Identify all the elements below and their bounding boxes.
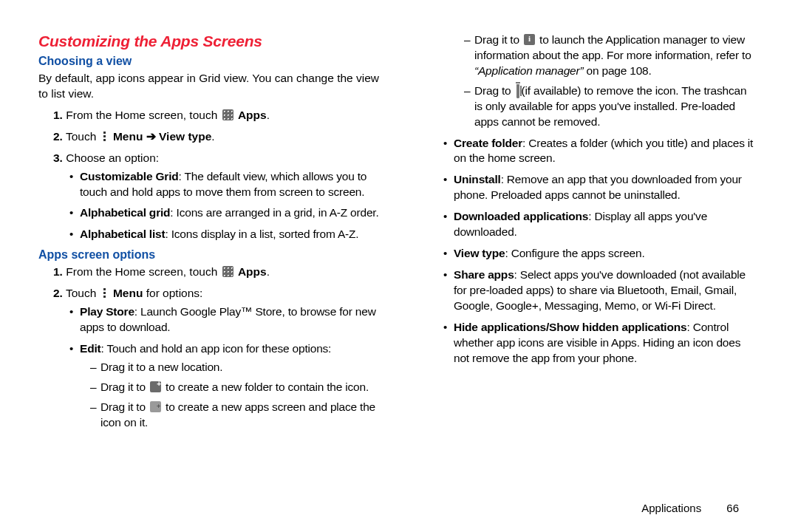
edit-drag-trash: Drag to (if available) to remove the ico… <box>464 83 757 130</box>
menu-icon <box>101 131 109 142</box>
option-play-store: Play Store: Launch Google Play™ Store, t… <box>69 304 383 335</box>
hide-bold: Hide applications/Show hidden applicatio… <box>454 321 686 333</box>
option-customizable-grid: Customizable Grid: The default view, whi… <box>69 169 383 200</box>
uninstall-bold: Uninstall <box>454 173 501 185</box>
manual-page: Customizing the Apps Screens Choosing a … <box>0 0 798 517</box>
option-uninstall: Uninstall: Remove an app that you downlo… <box>443 172 757 203</box>
option-share-apps: Share apps: Select apps you've downloade… <box>443 267 757 314</box>
createfolder-bold: Create folder <box>454 137 522 149</box>
edit-drag-new-screen: Drag it to to create a new apps screen a… <box>90 400 383 431</box>
opt2-bold: Alphabetical grid <box>80 206 170 219</box>
step-2-bold: Menu ➔ View type <box>113 130 211 143</box>
option-create-folder: Create folder: Creates a folder (which y… <box>443 136 757 167</box>
edit-drag-folder: Drag it to to create a new folder to con… <box>90 380 383 395</box>
opt3-bold: Alphabetical list <box>80 228 165 240</box>
aopt-step-2-c: for options: <box>143 287 202 299</box>
option-downloaded-apps: Downloaded applications: Display all app… <box>443 209 757 240</box>
viewtype-bold: View type <box>454 247 505 259</box>
option-alphabetical-grid: Alphabetical grid: Icons are arranged in… <box>69 205 383 221</box>
edit-bold: Edit <box>80 342 100 355</box>
subsection-apps-options: Apps screen options <box>38 248 383 262</box>
page-footer: Applications 66 <box>641 502 739 514</box>
choosing-view-intro: By default, app icons appear in Grid vie… <box>38 71 383 102</box>
edit-d2-b: to create a new folder to contain the ic… <box>166 381 369 393</box>
aopt-step-1-c: . <box>267 265 270 278</box>
opt3-text: : Icons display in a list, sorted from A… <box>165 228 358 240</box>
aopt-step-1: 1. From the Home screen, touch Apps. <box>53 265 383 280</box>
footer-page-number: 66 <box>726 502 739 514</box>
step-1-text-a: From the Home screen, touch <box>66 109 220 121</box>
choosing-view-steps: 1. From the Home screen, touch Apps. 2. … <box>53 108 383 242</box>
opt1-bold: Customizable Grid <box>80 170 179 183</box>
apps-grid-icon <box>222 266 233 277</box>
step-1-bold: Apps <box>238 109 267 121</box>
downloaded-bold: Downloaded applications <box>454 210 588 222</box>
edit-d5-a: Drag to <box>474 84 514 97</box>
edit-drag-app-manager: Drag it to to launch the Application man… <box>464 33 757 79</box>
edit-drag-new-location: Drag it to a new location. <box>90 360 383 375</box>
opt2-text: : Icons are arranged in a grid, in A-Z o… <box>170 206 378 219</box>
step-3-text: Choose an option: <box>66 151 159 164</box>
option-view-type: View type: Configure the apps screen. <box>443 246 757 262</box>
step-1-text-c: . <box>267 109 270 121</box>
apps-grid-icon <box>222 109 233 120</box>
option-alphabetical-list: Alphabetical list: Icons display in a li… <box>69 227 383 242</box>
play-bold: Play Store <box>80 305 134 318</box>
trash-icon <box>516 84 519 98</box>
section-heading: Customizing the Apps Screens <box>38 33 383 50</box>
edit-d4-d: on page 108. <box>587 64 652 77</box>
aopt-step-1-bold: Apps <box>238 265 267 278</box>
edit-text: : Touch and hold an app icon for these o… <box>100 342 331 355</box>
subsection-choosing-view: Choosing a view <box>38 55 383 68</box>
edit-d4-a: Drag it to <box>474 33 522 46</box>
edit-d2-a: Drag it to <box>100 381 149 393</box>
footer-section-name: Applications <box>641 502 701 514</box>
step-2-text-a: Touch <box>66 130 100 143</box>
step-3: 3. Choose an option: Customizable Grid: … <box>53 151 383 243</box>
new-folder-icon <box>150 381 161 392</box>
edit-d4-quote: “Application manager” <box>474 64 583 77</box>
edit-d3-a: Drag it to <box>100 400 149 413</box>
menu-icon <box>101 287 109 299</box>
step-2-text-c: . <box>211 130 214 143</box>
option-hide-apps: Hide applications/Show hidden applicatio… <box>443 320 757 366</box>
edit-d5-b: (if available) to remove the icon. The t… <box>474 84 746 128</box>
info-icon <box>524 34 535 45</box>
aopt-step-1-a: From the Home screen, touch <box>66 265 220 278</box>
aopt-step-2-bold: Menu <box>113 287 143 299</box>
step-1: 1. From the Home screen, touch Apps. <box>53 108 383 123</box>
viewtype-text: : Configure the apps screen. <box>505 247 644 259</box>
new-page-icon <box>150 401 161 412</box>
aopt-step-2-a: Touch <box>66 287 100 299</box>
share-bold: Share apps <box>454 268 514 281</box>
step-2: 2. Touch Menu ➔ View type. <box>53 129 383 145</box>
